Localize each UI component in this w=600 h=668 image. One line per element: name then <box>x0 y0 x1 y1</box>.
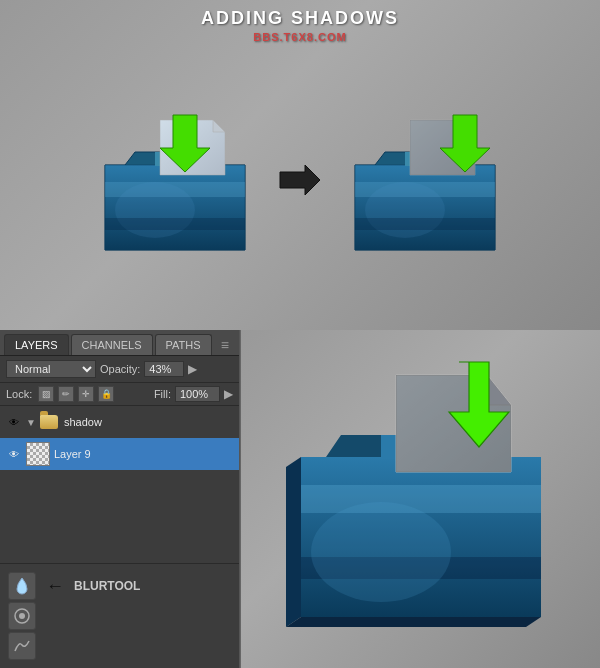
preview-panel <box>240 330 600 668</box>
opacity-row: Opacity: ▶ <box>100 361 197 377</box>
eye-shadow[interactable]: 👁 <box>6 414 22 430</box>
tool-row-stamp <box>8 602 231 630</box>
lock-icons: ▨ ✏ ✛ 🔒 <box>38 386 114 402</box>
eye-layer9[interactable]: 👁 <box>6 446 22 462</box>
folder-before-svg <box>95 110 255 260</box>
group-arrow[interactable]: ▼ <box>26 417 36 428</box>
svg-marker-5 <box>213 120 225 132</box>
layers-panel: LAYERS CHANNELS PATHS ≡ Normal Multiply … <box>0 330 240 668</box>
top-canvas: ADDING SHADOWS BBS.T6X8.COM <box>0 0 600 330</box>
tool-row-blur: ← BLURTOOL <box>8 572 231 600</box>
svg-rect-24 <box>301 485 541 513</box>
svg-point-29 <box>311 502 451 602</box>
layer9-name: Layer 9 <box>54 448 91 460</box>
blur-tool-icon[interactable] <box>8 572 36 600</box>
folder-icon-shadow <box>40 415 58 429</box>
folder-before <box>95 110 255 250</box>
large-folder-preview <box>271 357 571 641</box>
svg-marker-27 <box>286 457 301 627</box>
transition-arrow <box>275 160 325 200</box>
svg-marker-9 <box>280 165 320 195</box>
lock-row: Lock: ▨ ✏ ✛ 🔒 Fill: ▶ <box>0 383 239 406</box>
tool-row-extra <box>8 632 231 660</box>
bottom-section: LAYERS CHANNELS PATHS ≡ Normal Multiply … <box>0 330 600 668</box>
panel-tabs: LAYERS CHANNELS PATHS ≡ <box>0 330 239 356</box>
blend-row: Normal Multiply Screen Opacity: ▶ <box>0 356 239 383</box>
layer-9[interactable]: 👁 Layer 9 <box>0 438 239 470</box>
lock-transparent-btn[interactable]: ▨ <box>38 386 54 402</box>
lock-label: Lock: <box>6 388 32 400</box>
folder-after-svg <box>345 110 505 260</box>
svg-marker-28 <box>286 617 541 627</box>
title-bar: ADDING SHADOWS BBS.T6X8.COM <box>0 8 600 43</box>
opacity-arrow[interactable]: ▶ <box>188 362 197 376</box>
fill-arrow[interactable]: ▶ <box>224 387 233 401</box>
subtitle: BBS.T6X8.COM <box>0 31 600 43</box>
stamp-tool-icon[interactable] <box>8 602 36 630</box>
blur-tool-arrow: ← <box>46 576 64 597</box>
panel-tools: ← BLURTOOL <box>0 563 239 668</box>
panel-options-button[interactable]: ≡ <box>215 335 235 355</box>
layer-shadow[interactable]: 👁 ▼ shadow <box>0 406 239 438</box>
layer9-thumbnail <box>26 442 50 466</box>
lock-position-btn[interactable]: ✛ <box>78 386 94 402</box>
fill-label: Fill: <box>154 388 171 400</box>
opacity-input[interactable] <box>144 361 184 377</box>
svg-rect-18 <box>355 218 495 230</box>
tab-layers[interactable]: LAYERS <box>4 334 69 355</box>
folder-after <box>345 110 505 250</box>
lock-image-btn[interactable]: ✏ <box>58 386 74 402</box>
opacity-label: Opacity: <box>100 363 140 375</box>
fill-input[interactable] <box>175 386 220 402</box>
large-folder-svg <box>271 357 571 637</box>
svg-rect-7 <box>105 218 245 230</box>
tab-paths[interactable]: PATHS <box>155 334 212 355</box>
folders-row <box>0 110 600 250</box>
extra-tool-icon[interactable] <box>8 632 36 660</box>
main-title: ADDING SHADOWS <box>201 8 399 28</box>
blur-tool-label: BLURTOOL <box>74 579 140 593</box>
layer-shadow-name: shadow <box>64 416 102 428</box>
blend-mode-select[interactable]: Normal Multiply Screen <box>6 360 96 378</box>
tab-channels[interactable]: CHANNELS <box>71 334 153 355</box>
fill-row: Fill: ▶ <box>154 386 233 402</box>
svg-point-21 <box>19 613 25 619</box>
lock-all-btn[interactable]: 🔒 <box>98 386 114 402</box>
